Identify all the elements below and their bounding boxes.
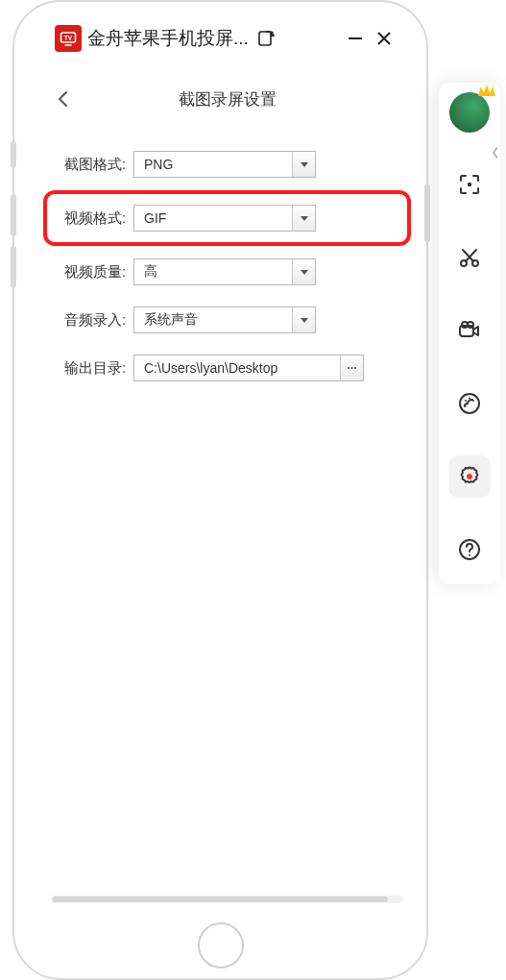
phone-nub — [11, 194, 16, 236]
row-audio-input: 音频录入: 系统声音 — [47, 296, 407, 344]
select-value: PNG — [134, 152, 292, 177]
select-screenshot-format[interactable]: PNG — [133, 151, 316, 178]
svg-text:TV: TV — [64, 35, 73, 41]
page-title: 截图录屏设置 — [78, 88, 376, 110]
fullscreen-button[interactable] — [448, 163, 491, 206]
chevron-down-icon — [292, 259, 315, 284]
content-area: 截图录屏设置 截图格式: PNG 视频格式: GIF 视频质量: — [39, 67, 415, 911]
svg-rect-2 — [259, 32, 271, 45]
titlebar: TV 金舟苹果手机投屏... — [55, 21, 396, 56]
svg-point-20 — [469, 554, 470, 556]
svg-point-15 — [465, 400, 467, 402]
phone-nub — [11, 246, 16, 288]
row-video-quality: 视频质量: 高 — [47, 248, 407, 296]
output-dir-field[interactable]: C:\Users\lyan\Desktop ··· — [133, 355, 364, 381]
horizontal-scrollbar[interactable] — [51, 895, 403, 903]
browse-button[interactable]: ··· — [340, 355, 363, 380]
select-video-quality[interactable]: 高 — [133, 258, 316, 285]
label-video-format: 视频格式: — [47, 209, 133, 228]
side-toolbar — [439, 83, 500, 584]
settings-button[interactable] — [448, 455, 491, 498]
select-audio-input[interactable]: 系统声音 — [133, 306, 316, 333]
page-header: 截图录屏设置 — [39, 67, 415, 140]
scrollbar-thumb[interactable] — [53, 896, 388, 902]
svg-point-18 — [467, 474, 472, 479]
new-window-icon[interactable] — [254, 27, 277, 50]
svg-point-17 — [472, 400, 474, 402]
chevron-down-icon — [292, 307, 315, 332]
phone-nub — [11, 141, 16, 168]
settings-form: 截图格式: PNG 视频格式: GIF 视频质量: 高 — [39, 140, 415, 392]
collapse-rail-icon[interactable] — [490, 138, 501, 167]
svg-point-6 — [468, 183, 471, 186]
phone-frame: TV 金舟苹果手机投屏... 截图录屏设置 截 — [12, 0, 428, 980]
label-output-dir: 输出目录: — [47, 359, 133, 378]
select-video-format[interactable]: GIF — [133, 205, 316, 232]
select-value: 高 — [134, 259, 292, 284]
select-value: 系统声音 — [134, 307, 292, 332]
label-screenshot-format: 截图格式: — [47, 156, 133, 174]
avatar[interactable] — [449, 92, 490, 133]
close-button[interactable] — [373, 27, 396, 50]
clip-button[interactable] — [448, 236, 491, 279]
row-output-dir: 输出目录: C:\Users\lyan\Desktop ··· — [47, 344, 407, 392]
svg-point-16 — [469, 398, 470, 400]
phone-nub — [424, 184, 430, 242]
output-dir-value: C:\Users\lyan\Desktop — [134, 355, 340, 380]
home-button[interactable] — [198, 922, 244, 968]
chevron-down-icon — [292, 152, 315, 177]
row-video-format: 视频格式: GIF — [47, 194, 407, 242]
chevron-down-icon — [292, 206, 315, 231]
select-value: GIF — [134, 206, 292, 231]
app-logo: TV — [55, 25, 82, 52]
app-title: 金舟苹果手机投屏... — [87, 26, 249, 51]
label-video-quality: 视频质量: — [47, 263, 133, 282]
back-button[interactable] — [49, 85, 78, 113]
brush-button[interactable] — [448, 382, 491, 425]
row-screenshot-format: 截图格式: PNG — [47, 140, 407, 188]
svg-point-14 — [460, 394, 479, 413]
help-button[interactable] — [448, 528, 491, 571]
label-audio-input: 音频录入: — [47, 311, 133, 330]
record-button[interactable] — [448, 309, 491, 352]
minimize-button[interactable] — [344, 27, 367, 50]
